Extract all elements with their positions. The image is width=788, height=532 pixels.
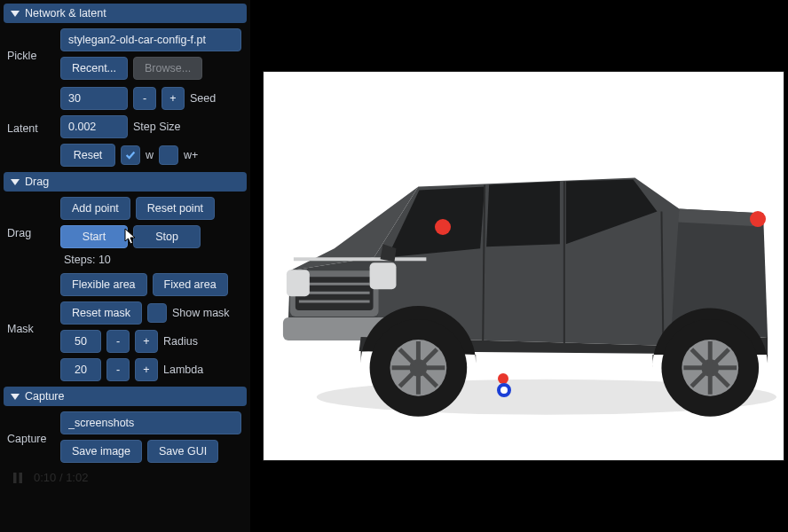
stepsize-label: Step Size bbox=[133, 121, 181, 133]
seed-minus-button[interactable]: - bbox=[133, 87, 156, 110]
svg-rect-1 bbox=[20, 473, 23, 483]
row-latent: Latent - + Seed Step Size Reset w w+ bbox=[4, 85, 247, 168]
seed-plus-button[interactable]: + bbox=[162, 87, 185, 110]
chevron-down-icon bbox=[11, 11, 20, 17]
seed-label: Seed bbox=[190, 92, 216, 105]
recent-button[interactable]: Recent... bbox=[60, 57, 128, 80]
svg-rect-0 bbox=[13, 473, 17, 483]
pause-icon bbox=[12, 472, 23, 484]
fixed-area-button[interactable]: Fixed area bbox=[153, 273, 228, 296]
sidebar: Network & latent Pickle Recent... Browse… bbox=[0, 0, 250, 532]
radius-minus-button[interactable]: - bbox=[106, 330, 130, 353]
row-mask: Mask Flexible area Fixed area Reset mask… bbox=[4, 271, 247, 383]
label-drag: Drag bbox=[7, 223, 55, 239]
reset-mask-button[interactable]: Reset mask bbox=[60, 301, 142, 325]
drag-point-red[interactable] bbox=[750, 211, 766, 227]
chevron-down-icon bbox=[11, 179, 20, 185]
browse-button[interactable]: Browse... bbox=[133, 57, 202, 80]
show-mask-label: Show mask bbox=[172, 307, 230, 319]
seed-input[interactable] bbox=[60, 87, 128, 110]
wplus-label: w+ bbox=[184, 149, 198, 161]
truck-image bbox=[264, 72, 784, 461]
start-button[interactable]: Start bbox=[60, 225, 128, 248]
playbar: 0:10 / 1:02 bbox=[4, 466, 247, 489]
svg-rect-28 bbox=[294, 257, 426, 261]
check-icon bbox=[124, 149, 137, 161]
drag-target-blue[interactable] bbox=[497, 383, 511, 397]
svg-rect-9 bbox=[370, 262, 397, 289]
reset-point-button[interactable]: Reset point bbox=[136, 197, 215, 220]
stepsize-input[interactable] bbox=[60, 115, 128, 138]
lambda-plus-button[interactable]: + bbox=[135, 358, 158, 381]
pickle-input[interactable] bbox=[60, 28, 241, 51]
steps-text: Steps: 10 bbox=[64, 254, 111, 266]
row-capture: Capture Save image Save GUI bbox=[4, 410, 247, 465]
section-header-drag[interactable]: Drag bbox=[4, 172, 247, 192]
reset-latent-button[interactable]: Reset bbox=[60, 144, 115, 167]
w-label: w bbox=[146, 149, 154, 161]
save-gui-button[interactable]: Save GUI bbox=[147, 440, 218, 463]
add-point-button[interactable]: Add point bbox=[60, 197, 130, 220]
radius-input[interactable] bbox=[60, 330, 101, 353]
wplus-checkbox[interactable] bbox=[159, 145, 178, 165]
svg-rect-8 bbox=[287, 270, 310, 296]
capture-path-input[interactable] bbox=[60, 411, 241, 434]
show-mask-checkbox[interactable] bbox=[147, 303, 167, 323]
flexible-area-button[interactable]: Flexible area bbox=[60, 273, 147, 296]
lambda-input[interactable] bbox=[60, 358, 101, 381]
main-viewport bbox=[250, 0, 788, 532]
radius-plus-button[interactable]: + bbox=[135, 330, 158, 353]
w-checkbox[interactable] bbox=[121, 145, 140, 165]
drag-point-red[interactable] bbox=[435, 219, 451, 235]
section-title-network: Network & latent bbox=[25, 7, 106, 20]
section-header-capture[interactable]: Capture bbox=[4, 387, 247, 406]
label-pickle: Pickle bbox=[7, 46, 55, 62]
row-drag: Drag Add point Reset point Start Stop St… bbox=[4, 195, 247, 268]
playbar-time: 0:10 / 1:02 bbox=[34, 471, 88, 484]
label-capture: Capture bbox=[7, 429, 55, 445]
section-header-network[interactable]: Network & latent bbox=[4, 4, 247, 23]
radius-label: Radius bbox=[163, 335, 198, 348]
image-canvas[interactable] bbox=[263, 71, 784, 461]
label-latent: Latent bbox=[7, 119, 55, 135]
section-title-capture: Capture bbox=[25, 390, 64, 403]
label-mask: Mask bbox=[7, 319, 55, 335]
chevron-down-icon bbox=[11, 394, 20, 400]
stop-button[interactable]: Stop bbox=[133, 225, 201, 248]
section-title-drag: Drag bbox=[25, 176, 49, 188]
save-image-button[interactable]: Save image bbox=[60, 440, 142, 463]
row-pickle: Pickle Recent... Browse... bbox=[4, 27, 247, 82]
lambda-label: Lambda bbox=[163, 364, 203, 376]
lambda-minus-button[interactable]: - bbox=[106, 358, 130, 381]
